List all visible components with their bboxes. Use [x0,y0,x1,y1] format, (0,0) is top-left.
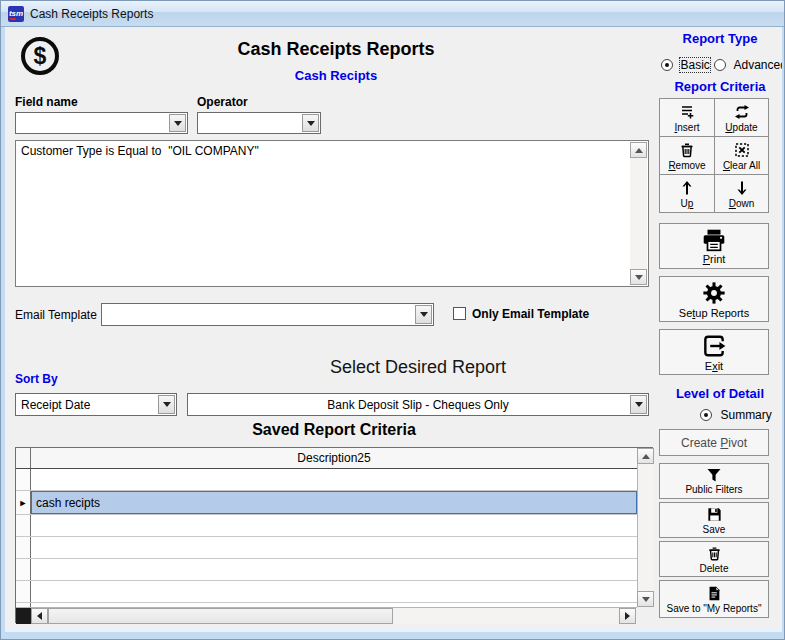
criteria-textarea[interactable]: Customer Type is Equal to "OIL COMPANY" [15,140,649,287]
delete-label: Delete [700,563,729,574]
document-icon [706,585,722,602]
printer-icon [701,228,727,252]
title-bar[interactable]: tsm Cash Receipts Reports [1,1,785,27]
saved-report-criteria-heading: Saved Report Criteria [1,421,667,439]
field-name-value [21,113,165,133]
table-scroll-down-button[interactable] [637,591,654,607]
clear-all-label: Clear All [723,160,760,171]
app-logo-icon: tsm [8,6,24,22]
report-criteria-heading: Report Criteria [657,79,783,94]
report-type-basic-radio[interactable]: Basic [661,55,710,73]
current-row-marker-icon: ► [19,498,28,508]
table-row[interactable] [16,515,637,537]
report-dropdown-arrow-icon[interactable] [630,395,647,414]
select-desired-report-heading: Select Desired Report [187,357,649,378]
table-scroll-up-button[interactable] [637,448,654,464]
row-value [31,469,637,490]
operator-dropdown-arrow-icon[interactable] [302,114,319,132]
print-button[interactable]: Print [659,223,769,269]
save-button[interactable]: Save [659,502,769,538]
create-pivot-button[interactable]: Create Pivot [659,429,769,456]
sort-by-select[interactable]: Receipt Date [15,393,177,416]
table-row-selected[interactable]: ► cash recipts [16,491,637,515]
page-subtitle: Cash Recipts [1,68,671,83]
operator-label: Operator [197,95,248,109]
exit-icon [701,333,727,359]
print-label: Print [703,253,726,265]
table-row[interactable] [16,559,637,581]
only-email-template-label: Only Email Template [472,307,589,321]
row-selector [16,537,31,558]
email-template-select[interactable] [101,303,434,326]
table-scroll-left-button[interactable] [31,608,48,624]
insert-button[interactable]: Insert [659,98,715,137]
table-row[interactable] [16,537,637,559]
save-to-my-reports-button[interactable]: Save to "My Reports" [659,580,769,618]
row-value [31,515,637,536]
public-filters-label: Public Filters [685,484,742,495]
sort-by-label: Sort By [15,372,58,386]
scroll-down-button[interactable] [630,269,647,285]
row-value: cash recipts [31,491,637,514]
scrollbar-corner-block [16,608,31,624]
delete-trash-icon [706,545,723,562]
saved-reports-table: Description25 ► cash recipts [15,447,653,623]
table-vertical-scrollbar[interactable] [637,448,654,607]
exit-label: Exit [705,360,723,372]
table-scroll-right-button[interactable] [619,608,636,624]
funnel-icon [705,468,723,483]
page-title: Cash Receipts Reports [1,39,671,60]
field-name-dropdown-arrow-icon[interactable] [169,114,186,132]
update-button[interactable]: Update [714,98,769,137]
operator-value [203,113,298,133]
floppy-disk-icon [706,506,723,523]
table-horizontal-scrollbar[interactable] [16,607,637,624]
down-button[interactable]: Down [714,174,769,213]
table-row[interactable] [16,581,637,603]
gear-icon [701,280,727,306]
remove-label: Remove [668,160,705,171]
frame-bottom-inner [5,628,782,632]
delete-button[interactable]: Delete [659,541,769,577]
report-type-advanced-radio[interactable]: Advanced [714,55,785,73]
row-value [31,559,637,580]
create-pivot-label: Create Pivot [681,436,747,450]
table-row[interactable] [16,469,637,491]
desired-report-value: Bank Deposit Slip - Cheques Only [210,394,626,415]
only-email-template-checkbox[interactable] [453,307,466,320]
advanced-radio-label: Advanced [733,58,785,72]
operator-select[interactable] [197,112,321,134]
basic-radio-circle[interactable] [661,59,673,71]
window-title: Cash Receipts Reports [30,7,153,21]
criteria-line: Customer Type is Equal to "OIL COMPANY" [21,144,624,158]
criteria-scrollbar[interactable] [630,142,647,285]
column-header-description25[interactable]: Description25 [31,448,637,468]
trash-icon [678,141,696,159]
update-loop-icon [733,103,751,121]
public-filters-button[interactable]: Public Filters [659,463,769,499]
clear-all-button[interactable]: Clear All [714,136,769,175]
field-name-label: Field name [15,95,78,109]
summary-radio-circle[interactable] [700,409,712,421]
horizontal-scroll-thumb[interactable] [48,608,393,624]
advanced-radio-circle[interactable] [714,59,726,71]
setup-reports-button[interactable]: Setup Reports [659,276,769,322]
exit-button[interactable]: Exit [659,329,769,375]
table-body: ► cash recipts [16,469,637,607]
field-name-select[interactable] [15,112,188,134]
frame-bottom [1,632,785,640]
desired-report-select[interactable]: Bank Deposit Slip - Cheques Only [187,393,649,416]
report-type-heading: Report Type [657,31,783,46]
email-template-label: Email Template [15,308,97,322]
row-selector-header [16,448,31,468]
row-selector [16,515,31,536]
remove-button[interactable]: Remove [659,136,715,175]
scroll-up-button[interactable] [630,142,647,158]
summary-radio[interactable]: Summary [700,405,772,423]
down-arrow-icon [733,179,751,197]
setup-reports-label: Setup Reports [679,307,749,319]
sort-dropdown-arrow-icon[interactable] [158,395,175,414]
summary-radio-label: Summary [720,408,771,422]
up-button[interactable]: Up [659,174,715,213]
email-dropdown-arrow-icon[interactable] [415,305,432,324]
